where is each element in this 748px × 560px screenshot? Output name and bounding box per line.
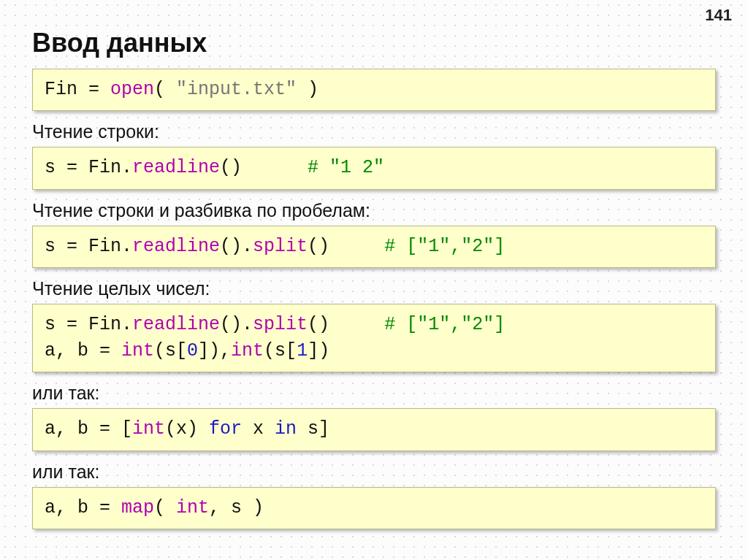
slide-title: Ввод данных [32,28,716,58]
code-text: a, b = [45,340,121,361]
code-block-3: s = Fin.readline().split() # ["1","2"] [32,226,716,268]
code-comment: # "1 2" [308,157,384,178]
subheading-2: Чтение строки и разбивка по пробелам: [32,200,716,221]
code-func: map [121,497,154,518]
code-text: () [308,236,384,257]
code-comment: # ["1","2"] [384,314,505,335]
code-text: ( [154,497,176,518]
code-string: "input.txt" [176,79,297,100]
code-text: s = Fin. [45,314,132,335]
code-block-1: Fin = open( "input.txt" ) [32,69,716,111]
code-text: ( [154,79,176,100]
subheading-4: или так: [32,383,716,404]
code-func: int [231,340,264,361]
code-func: readline [132,236,220,257]
page-number: 141 [705,6,732,25]
code-text: (s[ [264,340,297,361]
code-text: (). [220,236,253,257]
code-text: Fin = [45,79,110,100]
code-text: ) [297,79,318,100]
code-func: split [253,314,308,335]
code-keyword: in [275,418,297,440]
code-text: () [220,157,308,178]
code-number: 1 [297,340,308,361]
code-text: (s[ [154,340,187,361]
code-text: s = Fin. [45,157,132,178]
code-block-5: a, b = [int(x) for x in s] [32,408,716,450]
code-number: 0 [187,340,198,361]
code-func: split [253,236,308,257]
code-func: int [132,418,165,440]
subheading-3: Чтение целых чисел: [32,278,716,299]
code-text: () [308,314,384,335]
code-text: x [242,418,275,440]
code-text: s = Fin. [45,236,132,257]
code-func: open [110,79,154,100]
code-block-2: s = Fin.readline() # "1 2" [32,147,716,189]
code-text: (). [220,314,253,335]
code-text: a, b = [ [45,418,132,440]
code-text: s] [297,418,329,440]
slide-content: Ввод данных Fin = open( "input.txt" ) Чт… [0,0,748,529]
subheading-1: Чтение строки: [32,121,716,142]
code-func: int [176,497,209,518]
code-keyword: for [209,418,242,440]
code-text: , s ) [209,497,264,518]
code-text: (x) [165,418,209,440]
code-comment: # ["1","2"] [384,236,505,257]
code-block-6: a, b = map( int, s ) [32,487,716,529]
code-func: readline [132,157,220,178]
code-text: a, b = [45,497,121,518]
code-func: int [121,340,154,361]
subheading-5: или так: [32,461,716,483]
code-text: ]) [308,340,329,361]
code-func: readline [132,314,220,335]
code-block-4: s = Fin.readline().split() # ["1","2"] a… [32,304,716,373]
code-text: ]), [198,340,231,361]
